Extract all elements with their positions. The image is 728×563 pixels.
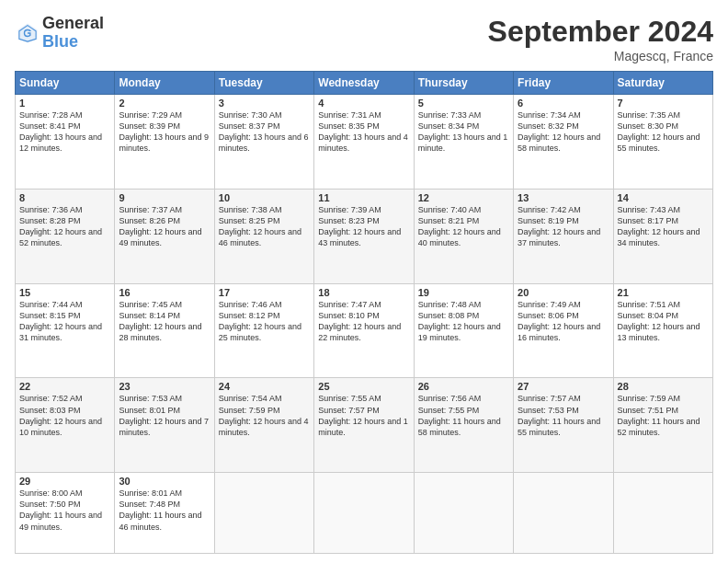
day-number: 4 bbox=[318, 98, 409, 109]
calendar-cell: 3 Sunrise: 7:30 AM Sunset: 8:37 PM Dayli… bbox=[214, 95, 313, 190]
page: General Blue September 2024 Magescq, Fra… bbox=[0, 0, 728, 563]
day-info: Sunrise: 7:34 AM Sunset: 8:32 PM Dayligh… bbox=[518, 109, 609, 155]
day-info: Sunrise: 7:44 AM Sunset: 8:15 PM Dayligh… bbox=[19, 299, 110, 344]
calendar-cell: 1 Sunrise: 7:28 AM Sunset: 8:41 PM Dayli… bbox=[16, 95, 115, 190]
day-info: Sunrise: 7:53 AM Sunset: 8:01 PM Dayligh… bbox=[119, 393, 210, 438]
calendar-cell bbox=[414, 473, 513, 554]
day-number: 27 bbox=[518, 381, 609, 392]
calendar-day-header: Saturday bbox=[613, 72, 712, 95]
calendar-header-row: SundayMondayTuesdayWednesdayThursdayFrid… bbox=[16, 72, 713, 95]
day-info: Sunrise: 7:30 AM Sunset: 8:37 PM Dayligh… bbox=[219, 109, 310, 155]
day-number: 14 bbox=[618, 192, 709, 203]
calendar-day-header: Tuesday bbox=[214, 72, 313, 95]
logo-text: General Blue bbox=[42, 15, 104, 52]
day-info: Sunrise: 7:59 AM Sunset: 7:51 PM Dayligh… bbox=[618, 393, 709, 438]
calendar-day-header: Thursday bbox=[414, 72, 513, 95]
calendar-week-row: 15 Sunrise: 7:44 AM Sunset: 8:15 PM Dayl… bbox=[16, 283, 713, 378]
day-info: Sunrise: 7:43 AM Sunset: 8:17 PM Dayligh… bbox=[618, 204, 709, 249]
day-number: 28 bbox=[618, 381, 709, 392]
day-number: 13 bbox=[518, 192, 609, 203]
day-info: Sunrise: 7:39 AM Sunset: 8:23 PM Dayligh… bbox=[318, 204, 409, 249]
logo: General Blue bbox=[15, 15, 104, 52]
day-info: Sunrise: 7:55 AM Sunset: 7:57 PM Dayligh… bbox=[318, 393, 409, 438]
day-info: Sunrise: 7:46 AM Sunset: 8:12 PM Dayligh… bbox=[219, 299, 310, 344]
day-info: Sunrise: 7:56 AM Sunset: 7:55 PM Dayligh… bbox=[418, 393, 509, 438]
calendar-cell: 2 Sunrise: 7:29 AM Sunset: 8:39 PM Dayli… bbox=[115, 95, 214, 190]
calendar-cell: 6 Sunrise: 7:34 AM Sunset: 8:32 PM Dayli… bbox=[514, 95, 613, 190]
calendar-cell: 17 Sunrise: 7:46 AM Sunset: 8:12 PM Dayl… bbox=[214, 283, 313, 378]
day-number: 18 bbox=[318, 287, 409, 298]
day-info: Sunrise: 7:51 AM Sunset: 8:04 PM Dayligh… bbox=[618, 299, 709, 344]
calendar-cell: 9 Sunrise: 7:37 AM Sunset: 8:26 PM Dayli… bbox=[115, 189, 214, 283]
calendar-cell: 16 Sunrise: 7:45 AM Sunset: 8:14 PM Dayl… bbox=[115, 283, 214, 378]
day-number: 10 bbox=[219, 192, 310, 203]
day-number: 25 bbox=[318, 381, 409, 392]
calendar-cell: 12 Sunrise: 7:40 AM Sunset: 8:21 PM Dayl… bbox=[414, 189, 513, 283]
day-number: 21 bbox=[618, 287, 709, 298]
calendar-cell: 21 Sunrise: 7:51 AM Sunset: 8:04 PM Dayl… bbox=[613, 283, 712, 378]
day-info: Sunrise: 7:52 AM Sunset: 8:03 PM Dayligh… bbox=[19, 393, 110, 438]
day-number: 22 bbox=[19, 381, 110, 392]
month-title: September 2024 bbox=[488, 15, 713, 49]
calendar-week-row: 29 Sunrise: 8:00 AM Sunset: 7:50 PM Dayl… bbox=[16, 473, 713, 554]
day-info: Sunrise: 7:31 AM Sunset: 8:35 PM Dayligh… bbox=[318, 109, 409, 155]
calendar-cell: 7 Sunrise: 7:35 AM Sunset: 8:30 PM Dayli… bbox=[613, 95, 712, 190]
calendar-cell bbox=[514, 473, 613, 554]
logo-icon bbox=[15, 20, 40, 46]
day-number: 17 bbox=[219, 287, 310, 298]
calendar-cell: 26 Sunrise: 7:56 AM Sunset: 7:55 PM Dayl… bbox=[414, 378, 513, 473]
day-info: Sunrise: 7:45 AM Sunset: 8:14 PM Dayligh… bbox=[119, 299, 210, 344]
calendar-cell: 23 Sunrise: 7:53 AM Sunset: 8:01 PM Dayl… bbox=[115, 378, 214, 473]
calendar-week-row: 1 Sunrise: 7:28 AM Sunset: 8:41 PM Dayli… bbox=[16, 95, 713, 190]
calendar-cell: 15 Sunrise: 7:44 AM Sunset: 8:15 PM Dayl… bbox=[16, 283, 115, 378]
day-info: Sunrise: 7:48 AM Sunset: 8:08 PM Dayligh… bbox=[418, 299, 509, 344]
calendar-cell: 8 Sunrise: 7:36 AM Sunset: 8:28 PM Dayli… bbox=[16, 189, 115, 283]
calendar-day-header: Friday bbox=[514, 72, 613, 95]
calendar-day-header: Sunday bbox=[16, 72, 115, 95]
calendar-cell: 24 Sunrise: 7:54 AM Sunset: 7:59 PM Dayl… bbox=[214, 378, 313, 473]
calendar-cell: 18 Sunrise: 7:47 AM Sunset: 8:10 PM Dayl… bbox=[314, 283, 414, 378]
logo-blue: Blue bbox=[42, 33, 104, 52]
calendar-cell: 22 Sunrise: 7:52 AM Sunset: 8:03 PM Dayl… bbox=[16, 378, 115, 473]
day-number: 24 bbox=[219, 381, 310, 392]
day-info: Sunrise: 7:28 AM Sunset: 8:41 PM Dayligh… bbox=[19, 109, 110, 155]
calendar-cell: 28 Sunrise: 7:59 AM Sunset: 7:51 PM Dayl… bbox=[613, 378, 712, 473]
day-number: 9 bbox=[119, 192, 210, 203]
calendar-day-header: Wednesday bbox=[314, 72, 414, 95]
calendar-week-row: 8 Sunrise: 7:36 AM Sunset: 8:28 PM Dayli… bbox=[16, 189, 713, 283]
title-block: September 2024 Magescq, France bbox=[488, 15, 713, 63]
day-info: Sunrise: 7:40 AM Sunset: 8:21 PM Dayligh… bbox=[418, 204, 509, 249]
day-info: Sunrise: 7:38 AM Sunset: 8:25 PM Dayligh… bbox=[219, 204, 310, 249]
calendar-cell: 11 Sunrise: 7:39 AM Sunset: 8:23 PM Dayl… bbox=[314, 189, 414, 283]
day-number: 5 bbox=[418, 98, 509, 109]
day-number: 6 bbox=[518, 98, 609, 109]
calendar-cell: 29 Sunrise: 8:00 AM Sunset: 7:50 PM Dayl… bbox=[16, 473, 115, 554]
day-number: 2 bbox=[119, 98, 210, 109]
day-info: Sunrise: 7:42 AM Sunset: 8:19 PM Dayligh… bbox=[518, 204, 609, 249]
calendar-cell: 10 Sunrise: 7:38 AM Sunset: 8:25 PM Dayl… bbox=[214, 189, 313, 283]
day-number: 26 bbox=[418, 381, 509, 392]
day-info: Sunrise: 7:29 AM Sunset: 8:39 PM Dayligh… bbox=[119, 109, 210, 155]
calendar: SundayMondayTuesdayWednesdayThursdayFrid… bbox=[15, 71, 713, 554]
day-number: 30 bbox=[119, 476, 210, 487]
day-info: Sunrise: 7:54 AM Sunset: 7:59 PM Dayligh… bbox=[219, 393, 310, 438]
day-number: 29 bbox=[19, 476, 110, 487]
header: General Blue September 2024 Magescq, Fra… bbox=[15, 15, 713, 63]
day-info: Sunrise: 8:01 AM Sunset: 7:48 PM Dayligh… bbox=[119, 488, 210, 533]
calendar-cell: 5 Sunrise: 7:33 AM Sunset: 8:34 PM Dayli… bbox=[414, 95, 513, 190]
day-number: 7 bbox=[618, 98, 709, 109]
day-number: 20 bbox=[518, 287, 609, 298]
calendar-cell: 4 Sunrise: 7:31 AM Sunset: 8:35 PM Dayli… bbox=[314, 95, 414, 190]
day-info: Sunrise: 7:57 AM Sunset: 7:53 PM Dayligh… bbox=[518, 393, 609, 438]
day-number: 16 bbox=[119, 287, 210, 298]
day-number: 8 bbox=[19, 192, 110, 203]
day-info: Sunrise: 7:49 AM Sunset: 8:06 PM Dayligh… bbox=[518, 299, 609, 344]
calendar-cell: 20 Sunrise: 7:49 AM Sunset: 8:06 PM Dayl… bbox=[514, 283, 613, 378]
day-info: Sunrise: 7:36 AM Sunset: 8:28 PM Dayligh… bbox=[19, 204, 110, 249]
day-number: 3 bbox=[219, 98, 310, 109]
day-number: 23 bbox=[119, 381, 210, 392]
day-number: 1 bbox=[19, 98, 110, 109]
day-number: 12 bbox=[418, 192, 509, 203]
calendar-cell: 13 Sunrise: 7:42 AM Sunset: 8:19 PM Dayl… bbox=[514, 189, 613, 283]
day-info: Sunrise: 8:00 AM Sunset: 7:50 PM Dayligh… bbox=[19, 488, 110, 533]
